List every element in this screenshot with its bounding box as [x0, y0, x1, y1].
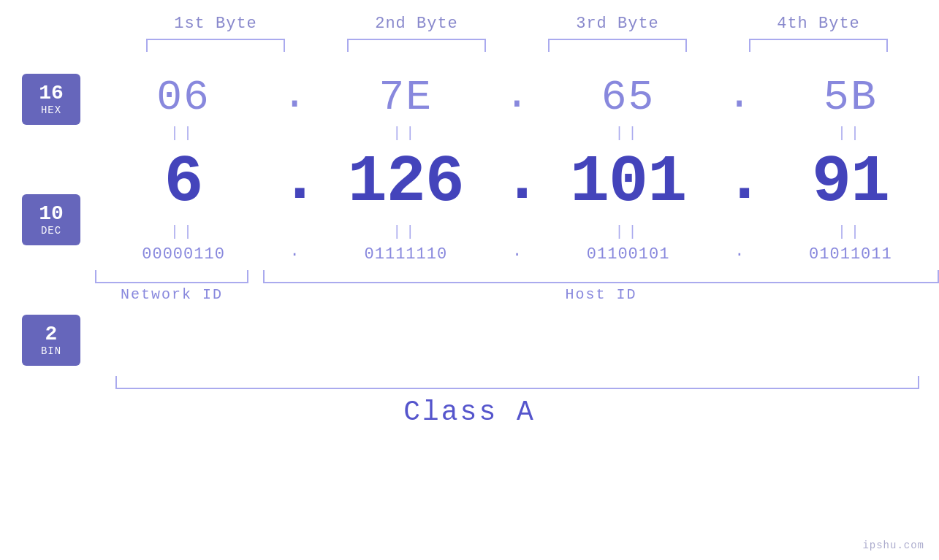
equals-1-2: || [325, 125, 486, 142]
watermark: ipshu.com [862, 540, 924, 551]
equals-1-4: || [770, 125, 931, 142]
host-id-label: Host ID [263, 286, 939, 303]
bin-badge-base: BIN [41, 345, 61, 357]
bin-byte-1: 00000110 [103, 245, 264, 264]
network-bracket [95, 270, 248, 283]
dec-byte-1: 6 [103, 145, 264, 220]
equals-row-1: || || || || [95, 125, 939, 142]
bin-row: 00000110 . 01111110 . 01100101 . 0101101… [95, 244, 939, 264]
hex-row: 06 . 7E . 65 . 5B [95, 74, 939, 121]
dec-badge: 10 DEC [22, 194, 80, 245]
dec-dot-3: . [725, 147, 754, 218]
equals-dot-3 [725, 125, 754, 142]
dec-byte-4: 91 [770, 145, 931, 220]
equals-dot2-2 [502, 223, 531, 240]
bin-byte-4: 01011011 [770, 245, 931, 264]
equals-dot2-1 [280, 223, 309, 240]
network-id-label: Network ID [95, 286, 248, 303]
hex-byte-4: 5B [770, 74, 931, 121]
hex-byte-1: 06 [103, 74, 264, 121]
hex-dot-3: . [725, 74, 754, 121]
main-container: 1st Byte 2nd Byte 3rd Byte 4th Byte 16 H… [0, 0, 939, 560]
labels-column: 16 HEX 10 DEC 2 BIN [0, 74, 95, 366]
dec-badge-num: 10 [39, 203, 64, 226]
top-brackets [115, 39, 919, 52]
bin-dot-2: . [502, 244, 531, 264]
equals-1-3: || [548, 125, 709, 142]
hex-byte-3: 65 [548, 74, 709, 121]
hex-dot-2: . [502, 74, 531, 121]
dec-dot-2: . [502, 147, 531, 218]
byte-header-1: 1st Byte [135, 15, 296, 33]
bin-badge: 2 BIN [22, 315, 80, 366]
dec-row: 6 . 126 . 101 . 91 [95, 145, 939, 220]
hex-badge-base: HEX [41, 104, 61, 116]
byte-header-2: 2nd Byte [336, 15, 497, 33]
equals-dot-1 [280, 125, 309, 142]
dec-byte-2: 126 [325, 145, 486, 220]
class-label: Class A [0, 396, 939, 428]
hex-badge: 16 HEX [22, 74, 80, 125]
bracket-top-1 [146, 39, 285, 52]
byte-headers: 1st Byte 2nd Byte 3rd Byte 4th Byte [115, 15, 919, 33]
dec-dot-1: . [280, 147, 309, 218]
dec-byte-3: 101 [548, 145, 709, 220]
bin-dot-1: . [280, 244, 309, 264]
values-area: 06 . 7E . 65 . 5B || || || || 6 . [95, 74, 939, 303]
bin-dot-3: . [725, 244, 754, 264]
hex-dot-1: . [280, 74, 309, 121]
equals-2-3: || [548, 223, 709, 240]
hex-badge-num: 16 [39, 83, 64, 105]
host-bracket [263, 270, 939, 283]
byte-header-4: 4th Byte [738, 15, 899, 33]
dec-badge-base: DEC [41, 225, 61, 237]
equals-row-2: || || || || [95, 223, 939, 240]
bracket-top-3 [548, 39, 687, 52]
equals-dot2-3 [725, 223, 754, 240]
equals-1-1: || [103, 125, 264, 142]
equals-2-2: || [325, 223, 486, 240]
content-area: 16 HEX 10 DEC 2 BIN 06 . 7E . 65 [0, 74, 939, 366]
equals-2-4: || [770, 223, 931, 240]
hex-byte-2: 7E [325, 74, 486, 121]
bracket-top-2 [347, 39, 486, 52]
bottom-brackets [95, 270, 939, 283]
bottom-labels: Network ID Host ID [95, 286, 939, 303]
equals-dot-2 [502, 125, 531, 142]
bin-byte-2: 01111110 [325, 245, 486, 264]
bin-byte-3: 01100101 [548, 245, 709, 264]
byte-header-3: 3rd Byte [537, 15, 698, 33]
overall-bracket [115, 376, 919, 389]
equals-2-1: || [103, 223, 264, 240]
bracket-top-4 [749, 39, 888, 52]
bin-badge-num: 2 [45, 323, 58, 346]
